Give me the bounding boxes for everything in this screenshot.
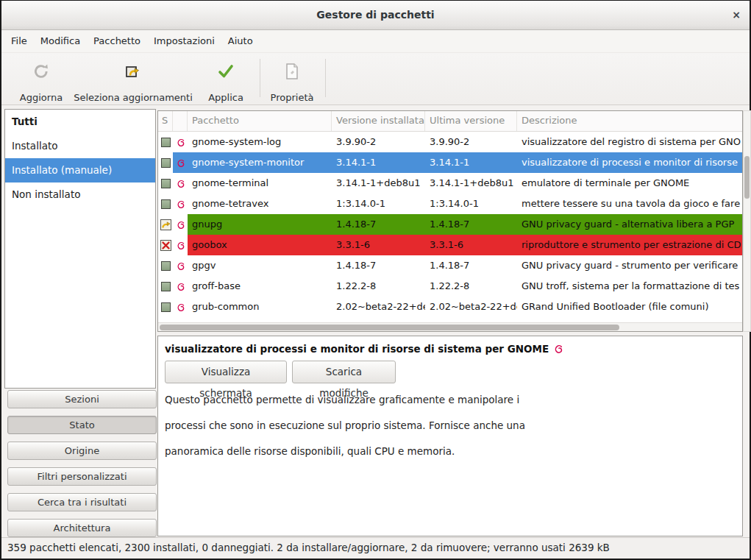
debian-swirl-icon [173,255,188,276]
status-installed-icon [161,138,171,147]
filter-item-1[interactable]: Installato [5,134,155,158]
debian-swirl-icon [553,344,563,354]
table-row[interactable]: gnome-terminal3.14.1-1+deb8u13.14.1-1+de… [158,173,742,194]
properties-button[interactable]: Proprietà [265,57,319,104]
table-header: S Pacchetto Versione installata Ultima v… [158,111,742,132]
package-description: visualizzatore del registro di sistema p… [517,132,742,152]
menu-file[interactable]: File [4,30,34,52]
status-cell [158,297,173,317]
toolbar-separator [325,59,326,97]
menu-bar: FileModificaPacchettoImpostazioniAiuto [1,30,750,52]
table-row[interactable]: gnome-tetravex1:3.14.0-11:3.14.0-1metter… [158,194,742,214]
mark-upgrades-button[interactable]: Seleziona aggiornamenti [74,57,193,104]
installed-version: 3.9.90-2 [332,132,425,152]
filter-item-0[interactable]: Tutti [5,110,155,134]
package-name: gnupg [188,214,332,235]
debian-swirl-icon [173,152,188,173]
menu-aiuto[interactable]: Aiuto [221,30,260,52]
table-row[interactable]: gnupg1.4.18-71.4.18-7GNU privacy guard -… [158,214,742,235]
package-name: gnome-system-monitor [188,152,332,173]
latest-version: 1:3.14.0-1 [425,194,517,214]
column-header-supported[interactable] [173,111,188,131]
package-description: GNU privacy guard - alternativa libera a… [517,214,742,235]
status-bar: 359 pacchetti elencati, 2300 installati,… [1,537,750,559]
latest-version: 3.3.1-6 [425,235,517,255]
package-name: goobox [188,235,332,255]
mark-upgrades-label: Seleziona aggiornamenti [74,92,193,103]
debian-swirl-icon [173,194,188,214]
properties-document-icon [283,60,301,82]
latest-version: 3.14.1-1 [425,152,517,173]
package-manager-window: Gestore di pacchetti × FileModificaPacch… [0,0,751,560]
column-header-package[interactable]: Pacchetto [188,111,332,131]
sidebar-button-stato[interactable]: Stato [7,416,157,434]
refresh-icon [32,60,51,82]
details-title: visualizzatore di processi e monitor di … [165,343,563,355]
latest-version: 3.9.90-2 [425,132,517,152]
sidebar-button-origine[interactable]: Origine [7,442,157,460]
horizontal-scrollbar-thumb[interactable] [160,325,619,330]
column-header-status[interactable]: S [158,111,173,131]
apply-button[interactable]: Applica [199,57,253,104]
column-header-latest-version[interactable]: Ultima versione [425,111,517,131]
menu-impostazioni[interactable]: Impostazioni [147,30,221,52]
menu-pacchetto[interactable]: Pacchetto [87,30,147,52]
column-header-installed-version[interactable]: Versione installata [332,111,425,131]
close-icon[interactable]: × [732,9,741,21]
table-row[interactable]: grub-common2.02~beta2-22+de2.02~beta2-22… [158,297,742,317]
package-name: gnome-terminal [188,173,332,194]
package-name: gpgv [188,255,332,276]
installed-version: 1.4.18-7 [332,214,425,235]
package-table: S Pacchetto Versione installata Ultima v… [157,110,743,332]
sidebar-button-architettura[interactable]: Architettura [7,519,157,537]
view-screenshot-button[interactable]: Visualizza schermata [165,361,287,383]
window-title: Gestore di pacchetti [1,9,750,21]
debian-swirl-icon [173,173,188,194]
status-installed-icon [161,302,171,312]
status-cell [158,132,173,152]
table-row[interactable]: gnome-system-log3.9.90-23.9.90-2visualiz… [158,132,742,152]
vertical-scrollbar-thumb[interactable] [744,156,750,199]
table-row[interactable]: gpgv1.4.18-71.4.18-7GNU privacy guard - … [158,255,742,276]
filter-list: TuttiInstallatoInstallato (manuale)Non i… [4,109,156,389]
download-changelog-button[interactable]: Scarica modifiche [292,361,396,383]
status-marked-removal-icon [160,240,171,251]
installed-version: 1.4.18-7 [332,255,425,276]
horizontal-scrollbar[interactable] [158,322,742,331]
apply-label: Applica [208,92,243,103]
sidebar-button-sezioni[interactable]: Sezioni [7,390,157,408]
package-description: riproduttore e strumento per estrazione … [517,235,742,255]
debian-swirl-icon [173,276,188,297]
installed-version: 1.22.2-8 [332,276,425,297]
sidebar-button-cerca-tra-i-risultati[interactable]: Cerca tra i risultati [7,493,157,511]
vertical-scrollbar[interactable] [743,110,751,332]
package-name: grub-common [188,297,332,317]
table-rows: gnome-system-log3.9.90-23.9.90-2visualiz… [158,132,742,325]
package-name: groff-base [188,276,332,297]
filter-item-2[interactable]: Installato (manuale) [5,158,155,182]
column-header-description[interactable]: Descrizione [517,111,742,131]
debian-swirl-icon [173,132,188,152]
menu-modifica[interactable]: Modifica [34,30,87,52]
debian-swirl-icon [173,297,188,317]
package-description: visualizzatore di processi e monitor di … [517,152,742,173]
installed-version: 3.3.1-6 [332,235,425,255]
status-cell [158,235,173,255]
toolbar: Aggiorna Seleziona aggiornamenti Applica… [1,52,750,105]
status-cell [158,152,173,173]
table-row[interactable]: groff-base1.22.2-81.22.2-8GNU troff, sis… [158,276,742,297]
properties-label: Proprietà [271,92,314,103]
table-row[interactable]: goobox3.3.1-63.3.1-6riproduttore e strum… [158,235,742,255]
mark-upgrades-icon [124,60,143,82]
latest-version: 1.22.2-8 [425,276,517,297]
status-cell [158,255,173,276]
status-installed-icon [161,158,171,168]
package-description: GNU privacy guard - strumento per verifi… [517,255,742,276]
status-cell [158,194,173,214]
package-name: gnome-system-log [188,132,332,152]
table-row[interactable]: gnome-system-monitor3.14.1-13.14.1-1visu… [158,152,742,173]
status-installed-icon [161,179,171,188]
refresh-button[interactable]: Aggiorna [13,57,69,104]
sidebar-button-filtri-personalizzati[interactable]: Filtri personalizzati [7,467,157,486]
filter-item-3[interactable]: Non installato [5,182,155,207]
